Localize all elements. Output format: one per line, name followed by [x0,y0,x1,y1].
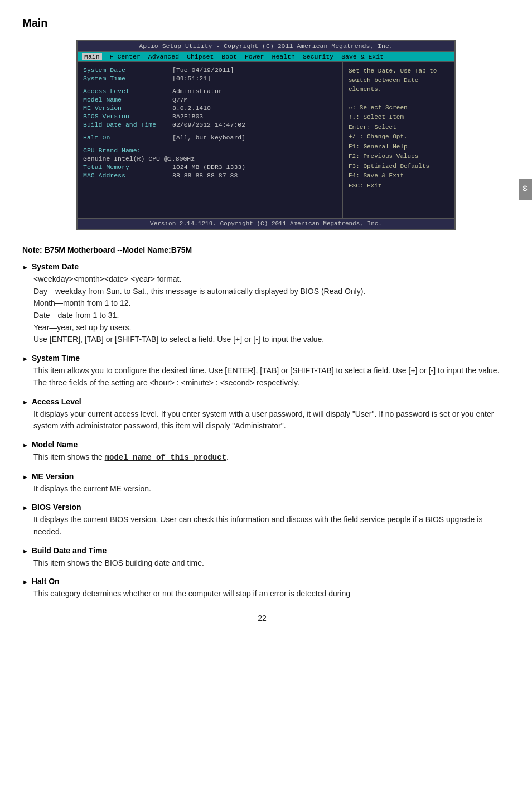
biosver-p1: It displays the current BIOS version. Us… [33,514,502,538]
sidebar-tab: ω [519,179,532,200]
bios-help-panel: Set the Date. Use Tab toswitch between D… [343,62,454,218]
bios-row-mac: MAC Address 88-88-88-88-87-88 [83,172,337,179]
section-heading-biosver: ► BIOS Version [22,503,502,512]
systime-p1: This item allows you to configure the de… [33,365,502,377]
section-title-me: ME Version [32,472,74,481]
bios-title-bar: Aptio Setup Utility - Copyright (C) 2011… [78,41,454,52]
bios-menu-main[interactable]: Main [82,53,102,60]
section-heading-systime: ► System Time [22,354,502,363]
help-f4: F4: Save & Exit [349,171,449,181]
section-build-date: ► Build Date and Time This item shows th… [22,546,502,570]
section-body-access: It displays your current access level. I… [22,408,502,432]
bios-label-halt: Halt On [83,134,172,141]
bios-value-halt: [All, but keyboard] [172,134,245,141]
section-bios-version: ► BIOS Version It displays the current B… [22,503,502,538]
arrow-icon-access: ► [22,399,28,406]
bios-menu-advanced[interactable]: Advanced [148,53,179,60]
section-body-biosver: It displays the current BIOS version. Us… [22,514,502,538]
bios-cpu-name: Genuine Intel(R) CPU @1.80GHz [83,155,337,162]
section-body-model: This item shows the model name of this p… [22,451,502,464]
bios-menu-chipset[interactable]: Chipset [187,53,214,60]
help-select-screen: ↔: Select Screen [349,103,449,113]
sysdate-p2: Day—weekday from Sun. to Sat., this mess… [33,286,502,298]
bios-row-sysdate: System Date [Tue 04/19/2011] [83,66,337,74]
bios-row-halt: Halt On [All, but keyboard] [83,134,337,141]
section-system-time: ► System Time This item allows you to co… [22,354,502,389]
sysdate-p6: Use [ENTER], [TAB] or [SHIFT-TAB] to sel… [33,334,502,346]
arrow-icon-me: ► [22,474,28,480]
systime-p2: The three fields of the setting are <hou… [33,377,502,389]
bios-body: System Date [Tue 04/19/2011] System Time… [78,62,454,218]
arrow-icon-biosver: ► [22,504,28,511]
section-me-version: ► ME Version It displays the current ME … [22,472,502,495]
bios-value-build: 02/09/2012 14:47:02 [172,121,245,128]
bios-value-access: Administrator [172,88,223,95]
bios-row-bios: BIOS Version BA2F1B03 [83,113,337,120]
bios-label-sysdate: System Date [83,66,172,74]
bios-menu-power[interactable]: Power [245,53,264,60]
bios-screen: Aptio Setup Utility - Copyright (C) 2011… [76,40,456,230]
bios-label-model: Model Name [83,96,172,103]
section-body-halt: This category determines whether or not … [22,588,502,600]
section-body-me: It displays the current ME version. [22,483,502,495]
build-p1: This item shows the BIOS building date a… [33,557,502,570]
bios-label-mac: MAC Address [83,172,172,179]
section-title-access: Access Level [32,397,81,406]
halt-p1: This category determines whether or not … [33,588,502,600]
bios-row-systime: System Time [09:51:21] [83,75,337,82]
bios-menu-security[interactable]: Security [303,53,333,60]
note-line: Note: B75M Motherboard --Model Name:B75M [22,245,502,254]
bios-label-memory: Total Memory [83,163,172,171]
section-title-biosver: BIOS Version [32,503,81,512]
help-f2: F2: Previous Values [349,152,449,161]
model-name-highlight: model name of this product [105,453,226,462]
bios-value-bios: BA2F1B03 [172,113,203,120]
section-title-build: Build Date and Time [32,546,107,555]
section-heading-me: ► ME Version [22,472,502,481]
bios-value-sysdate: [Tue 04/19/2011] [172,66,234,74]
bios-label-systime: System Time [83,75,172,82]
page-title: Main [22,17,510,30]
sysdate-p1: <weekday><month><date> <year> format. [33,273,502,286]
section-title-model: Model Name [32,440,78,449]
section-heading-halt: ► Halt On [22,577,502,586]
bios-fields: System Date [Tue 04/19/2011] System Time… [78,62,343,218]
bios-value-model: Q77M [172,96,188,103]
bios-menu-save[interactable]: Save & Exit [341,53,384,60]
help-select-item: ↑↓: Select Item [349,113,449,122]
help-esc: ESC: Exit [349,181,449,191]
arrow-icon-model: ► [22,442,28,449]
section-body-sysdate: <weekday><month><date> <year> format. Da… [22,273,502,346]
page-number: 22 [22,614,502,623]
section-body-build: This item shows the BIOS building date a… [22,557,502,570]
sysdate-p3: Month—month from 1 to 12. [33,297,502,310]
bios-row-memory: Total Memory 1024 MB (DDR3 1333) [83,163,337,171]
section-title-systime: System Time [32,354,80,363]
bios-value-mac: 88-88-88-88-87-88 [172,172,238,179]
bios-row-access: Access Level Administrator [83,88,337,95]
model-p1: This item shows the model name of this p… [33,451,502,464]
bios-menu-fcenter[interactable]: F-Center [110,53,141,60]
bios-label-access: Access Level [83,88,172,95]
section-title-halt: Halt On [32,577,60,586]
bios-help-date: Set the Date. Use Tab toswitch between D… [349,66,449,94]
section-body-systime: This item allows you to configure the de… [22,365,502,389]
bios-menu-health[interactable]: Health [272,53,294,60]
bios-menu-bar: Main F-Center Advanced Chipset Boot Powe… [78,52,454,62]
section-model-name: ► Model Name This item shows the model n… [22,440,502,464]
sysdate-p4: Date—date from 1 to 31. [33,310,502,322]
bios-menu-boot[interactable]: Boot [221,53,237,60]
help-f3: F3: Optimized Defaults [349,162,449,171]
bios-footer: Version 2.14.1219. Copyright (C) 2011 Am… [78,218,454,229]
arrow-icon-systime: ► [22,355,28,362]
section-access-level: ► Access Level It displays your current … [22,397,502,432]
bios-row-model: Model Name Q77M [83,96,337,103]
bios-row-me: ME Version 8.0.2.1410 [83,104,337,112]
bios-label-build: Build Date and Time [83,121,172,128]
bios-label-bios: BIOS Version [83,113,172,120]
bios-value-memory: 1024 MB (DDR3 1333) [172,163,245,171]
section-system-date: ► System Date <weekday><month><date> <ye… [22,262,502,346]
access-p1: It displays your current access level. I… [33,408,502,432]
content-section: Note: B75M Motherboard --Model Name:B75M… [22,245,502,623]
me-p1: It displays the current ME version. [33,483,502,495]
